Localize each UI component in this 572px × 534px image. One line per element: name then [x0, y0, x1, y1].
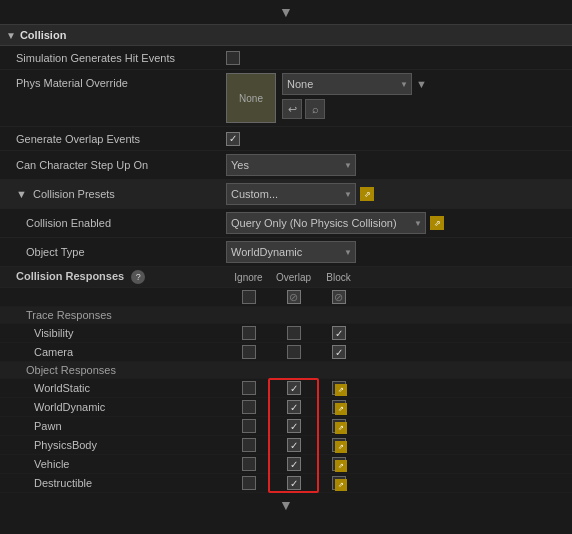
dest-overlap-check[interactable]	[271, 476, 316, 490]
vis-overlap-check[interactable]	[271, 326, 316, 340]
cam-block-check[interactable]	[316, 345, 361, 359]
cb-pb-ignore[interactable]	[242, 438, 256, 452]
collapse-presets-arrow[interactable]: ▼	[16, 188, 27, 200]
pawn-ignore-check[interactable]	[226, 419, 271, 433]
collision-presets-row: ▼ Collision Presets Custom... ⇗	[0, 180, 572, 209]
pawn-block-check[interactable]: ⇗	[316, 419, 361, 433]
collision-enabled-controls: Query Only (No Physics Collision) ⇗	[226, 212, 566, 234]
pb-block-check[interactable]: ⇗	[316, 438, 361, 452]
scroll-up-arrow[interactable]: ▼	[0, 0, 572, 24]
dest-ignore-check[interactable]	[226, 476, 271, 490]
veh-block-check[interactable]: ⇗	[316, 457, 361, 471]
can-step-up-select[interactable]: Yes	[226, 154, 356, 176]
visibility-row: Visibility	[0, 324, 572, 343]
phys-thumbnail[interactable]: None	[226, 73, 276, 123]
world-dynamic-label: WorldDynamic	[6, 401, 226, 413]
cb-pb-overlap[interactable]	[287, 438, 301, 452]
vis-ignore-check[interactable]	[226, 326, 271, 340]
cb-ws-block[interactable]: ⇗	[332, 381, 346, 395]
cb-pawn-overlap[interactable]	[287, 419, 301, 433]
cb-all-ignore[interactable]	[242, 290, 256, 304]
wd-ignore-check[interactable]	[226, 400, 271, 414]
cr-all-block-check[interactable]	[316, 290, 361, 304]
object-responses-section-row: Object Responses	[0, 362, 572, 379]
cb-dest-ignore[interactable]	[242, 476, 256, 490]
pb-block-link: ⇗	[335, 441, 347, 453]
phys-select-row: None ▼	[282, 73, 427, 95]
cam-overlap-check[interactable]	[271, 345, 316, 359]
cb-cam-ignore[interactable]	[242, 345, 256, 359]
object-responses-label: Object Responses	[6, 364, 226, 376]
veh-overlap-check[interactable]	[271, 457, 316, 471]
vis-block-check[interactable]	[316, 326, 361, 340]
cb-all-block[interactable]	[332, 290, 346, 304]
object-type-select[interactable]: WorldDynamic	[226, 241, 356, 263]
wd-overlap-check[interactable]	[271, 400, 316, 414]
pb-overlap-check[interactable]	[271, 438, 316, 452]
wd-block-check[interactable]: ⇗	[316, 400, 361, 414]
cb-pb-block[interactable]: ⇗	[332, 438, 346, 452]
dest-block-link: ⇗	[335, 479, 347, 491]
phys-none-select-wrapper: None	[282, 73, 412, 95]
cb-wd-ignore[interactable]	[242, 400, 256, 414]
cb-dest-block[interactable]: ⇗	[332, 476, 346, 490]
cb-ws-ignore[interactable]	[242, 381, 256, 395]
collision-presets-controls: Custom... ⇗	[226, 183, 566, 205]
cb-dest-overlap[interactable]	[287, 476, 301, 490]
pawn-label: Pawn	[6, 420, 226, 432]
phys-reset-button[interactable]: ↩	[282, 99, 302, 119]
physics-body-label: PhysicsBody	[6, 439, 226, 451]
generate-overlap-checkbox[interactable]	[226, 132, 240, 146]
cb-veh-ignore[interactable]	[242, 457, 256, 471]
phys-material-row: Phys Material Override None None ▼ ↩ ⌕	[0, 70, 572, 127]
pawn-overlap-check[interactable]	[271, 419, 316, 433]
can-step-up-controls: Yes	[226, 154, 566, 176]
camera-label: Camera	[6, 346, 226, 358]
cb-wd-overlap[interactable]	[287, 400, 301, 414]
cam-ignore-check[interactable]	[226, 345, 271, 359]
cb-wd-block[interactable]: ⇗	[332, 400, 346, 414]
ws-overlap-check[interactable]	[271, 381, 316, 395]
cb-pawn-block[interactable]: ⇗	[332, 419, 346, 433]
section-title: Collision	[20, 29, 66, 41]
ws-ignore-check[interactable]	[226, 381, 271, 395]
cr-all-ignore-check[interactable]	[226, 290, 271, 304]
scroll-down-arrow[interactable]: ▼	[0, 493, 572, 517]
cb-all-overlap[interactable]	[287, 290, 301, 304]
cb-veh-overlap[interactable]	[287, 457, 301, 471]
cr-all-overlap-check[interactable]	[271, 290, 316, 304]
collision-enabled-select[interactable]: Query Only (No Physics Collision)	[226, 212, 426, 234]
ws-block-check[interactable]: ⇗	[316, 381, 361, 395]
dropdown-arrow-icon: ▼	[416, 78, 427, 90]
collision-presets-select[interactable]: Custom...	[226, 183, 356, 205]
trace-responses-label: Trace Responses	[6, 309, 226, 321]
trace-responses-section-row: Trace Responses	[0, 307, 572, 324]
physics-body-checks: ⇗	[226, 438, 361, 452]
simulation-hit-events-checkbox[interactable]	[226, 51, 240, 65]
object-type-controls: WorldDynamic	[226, 241, 566, 263]
cb-vis-ignore[interactable]	[242, 326, 256, 340]
cb-veh-block[interactable]: ⇗	[332, 457, 346, 471]
collision-presets-link-icon[interactable]: ⇗	[360, 187, 374, 201]
collision-responses-help-icon[interactable]: ?	[131, 270, 145, 284]
object-type-label: Object Type	[6, 246, 226, 258]
phys-browse-button[interactable]: ⌕	[305, 99, 325, 119]
vehicle-label: Vehicle	[6, 458, 226, 470]
pb-ignore-check[interactable]	[226, 438, 271, 452]
visibility-checks	[226, 326, 361, 340]
cb-cam-block[interactable]	[332, 345, 346, 359]
cb-vis-overlap[interactable]	[287, 326, 301, 340]
collision-presets-label: ▼ Collision Presets	[6, 188, 226, 200]
cb-vis-block[interactable]	[332, 326, 346, 340]
dest-block-check[interactable]: ⇗	[316, 476, 361, 490]
object-type-row: Object Type WorldDynamic	[0, 238, 572, 267]
collision-enabled-link-icon[interactable]: ⇗	[430, 216, 444, 230]
phys-none-select[interactable]: None	[282, 73, 412, 95]
cb-pawn-ignore[interactable]	[242, 419, 256, 433]
cb-cam-overlap[interactable]	[287, 345, 301, 359]
veh-ignore-check[interactable]	[226, 457, 271, 471]
generate-overlap-label: Generate Overlap Events	[6, 133, 226, 145]
physics-body-row: PhysicsBody ⇗	[0, 436, 572, 455]
cb-ws-overlap[interactable]	[287, 381, 301, 395]
collision-section-header[interactable]: ▼ Collision	[0, 24, 572, 46]
